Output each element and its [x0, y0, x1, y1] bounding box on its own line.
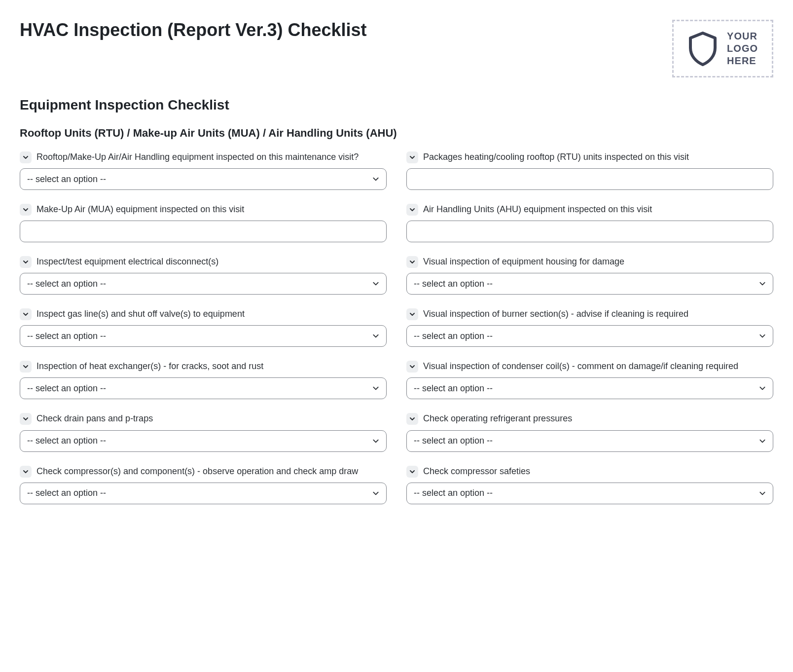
- select-input[interactable]: -- select an option --: [20, 483, 387, 504]
- chevron-down-icon: [372, 438, 379, 445]
- select-input[interactable]: -- select an option --: [20, 377, 387, 399]
- collapse-toggle[interactable]: [406, 413, 418, 425]
- field-label: Air Handling Units (AHU) equipment inspe…: [423, 203, 652, 216]
- chevron-down-icon: [23, 154, 29, 160]
- text-input[interactable]: [406, 221, 773, 242]
- select-placeholder: -- select an option --: [27, 488, 106, 498]
- select-placeholder: -- select an option --: [414, 383, 493, 394]
- field-heat-exchanger: Inspection of heat exchanger(s) - for cr…: [20, 360, 387, 399]
- logo-text-line3: HERE: [727, 55, 758, 67]
- chevron-down-icon: [372, 490, 379, 497]
- collapse-toggle[interactable]: [20, 308, 32, 320]
- chevron-down-icon: [759, 280, 766, 287]
- logo-text-line1: YOUR: [727, 30, 758, 42]
- select-input[interactable]: -- select an option --: [20, 273, 387, 295]
- field-burner-section: Visual inspection of burner section(s) -…: [406, 307, 773, 347]
- select-input[interactable]: -- select an option --: [406, 430, 773, 452]
- select-input[interactable]: -- select an option --: [406, 483, 773, 504]
- field-drain-pans: Check drain pans and p-traps -- select a…: [20, 412, 387, 451]
- logo-text-line2: LOGO: [727, 42, 758, 55]
- collapse-toggle[interactable]: [406, 466, 418, 478]
- field-compressor-components: Check compressor(s) and component(s) - o…: [20, 465, 387, 504]
- subsection-title: Rooftop Units (RTU) / Make-up Air Units …: [20, 127, 773, 140]
- field-label: Visual inspection of equipment housing f…: [423, 255, 624, 268]
- chevron-down-icon: [409, 469, 415, 475]
- field-rtu-packages: Packages heating/cooling rooftop (RTU) u…: [406, 150, 773, 190]
- page-title: HVAC Inspection (Report Ver.3) Checklist: [20, 20, 367, 40]
- field-label: Check compressor(s) and component(s) - o…: [36, 465, 358, 478]
- chevron-down-icon: [372, 280, 379, 287]
- chevron-down-icon: [372, 385, 379, 392]
- chevron-down-icon: [409, 311, 415, 317]
- chevron-down-icon: [409, 364, 415, 370]
- collapse-toggle[interactable]: [20, 413, 32, 425]
- collapse-toggle[interactable]: [20, 466, 32, 478]
- chevron-down-icon: [409, 416, 415, 422]
- chevron-down-icon: [23, 416, 29, 422]
- chevron-down-icon: [759, 438, 766, 445]
- select-placeholder: -- select an option --: [414, 279, 493, 289]
- select-placeholder: -- select an option --: [414, 436, 493, 446]
- field-label: Check compressor safeties: [423, 465, 530, 478]
- select-placeholder: -- select an option --: [414, 488, 493, 498]
- field-label: Check operating refrigerant pressures: [423, 412, 572, 425]
- field-label: Inspection of heat exchanger(s) - for cr…: [36, 360, 263, 373]
- chevron-down-icon: [23, 469, 29, 475]
- select-input[interactable]: -- select an option --: [20, 430, 387, 452]
- field-housing-damage: Visual inspection of equipment housing f…: [406, 255, 773, 295]
- text-input[interactable]: [406, 168, 773, 190]
- text-input[interactable]: [20, 221, 387, 242]
- select-placeholder: -- select an option --: [27, 331, 106, 341]
- collapse-toggle[interactable]: [20, 361, 32, 373]
- field-label: Visual inspection of burner section(s) -…: [423, 307, 688, 320]
- field-label: Inspect/test equipment electrical discon…: [36, 255, 218, 268]
- field-gas-lines: Inspect gas line(s) and shut off valve(s…: [20, 307, 387, 347]
- section-title: Equipment Inspection Checklist: [20, 97, 773, 113]
- select-input[interactable]: -- select an option --: [20, 168, 387, 190]
- shield-icon: [687, 31, 718, 67]
- collapse-toggle[interactable]: [406, 308, 418, 320]
- field-compressor-safeties: Check compressor safeties -- select an o…: [406, 465, 773, 504]
- select-input[interactable]: -- select an option --: [406, 325, 773, 347]
- collapse-toggle[interactable]: [20, 256, 32, 268]
- field-label: Packages heating/cooling rooftop (RTU) u…: [423, 150, 689, 163]
- collapse-toggle[interactable]: [406, 151, 418, 163]
- chevron-down-icon: [409, 259, 415, 265]
- field-rooftop-inspected: Rooftop/Make-Up Air/Air Handling equipme…: [20, 150, 387, 190]
- chevron-down-icon: [759, 490, 766, 497]
- field-condenser-coil: Visual inspection of condenser coil(s) -…: [406, 360, 773, 399]
- field-electrical-disconnect: Inspect/test equipment electrical discon…: [20, 255, 387, 295]
- select-placeholder: -- select an option --: [27, 383, 106, 394]
- chevron-down-icon: [409, 154, 415, 160]
- select-placeholder: -- select an option --: [27, 174, 106, 185]
- select-input[interactable]: -- select an option --: [20, 325, 387, 347]
- chevron-down-icon: [23, 207, 29, 213]
- select-input[interactable]: -- select an option --: [406, 377, 773, 399]
- field-mua-inspected: Make-Up Air (MUA) equipment inspected on…: [20, 203, 387, 242]
- select-placeholder: -- select an option --: [27, 436, 106, 446]
- collapse-toggle[interactable]: [406, 204, 418, 216]
- chevron-down-icon: [759, 333, 766, 339]
- logo-placeholder: YOUR LOGO HERE: [672, 20, 773, 77]
- field-label: Inspect gas line(s) and shut off valve(s…: [36, 307, 245, 320]
- collapse-toggle[interactable]: [20, 204, 32, 216]
- chevron-down-icon: [372, 176, 379, 183]
- field-refrigerant-pressures: Check operating refrigerant pressures --…: [406, 412, 773, 451]
- collapse-toggle[interactable]: [406, 361, 418, 373]
- collapse-toggle[interactable]: [20, 151, 32, 163]
- select-placeholder: -- select an option --: [414, 331, 493, 341]
- select-input[interactable]: -- select an option --: [406, 273, 773, 295]
- select-placeholder: -- select an option --: [27, 279, 106, 289]
- field-label: Visual inspection of condenser coil(s) -…: [423, 360, 738, 373]
- chevron-down-icon: [372, 333, 379, 339]
- field-label: Check drain pans and p-traps: [36, 412, 153, 425]
- chevron-down-icon: [23, 364, 29, 370]
- checklist-grid: Rooftop/Make-Up Air/Air Handling equipme…: [20, 150, 773, 504]
- collapse-toggle[interactable]: [406, 256, 418, 268]
- field-label: Rooftop/Make-Up Air/Air Handling equipme…: [36, 150, 359, 163]
- chevron-down-icon: [23, 311, 29, 317]
- field-label: Make-Up Air (MUA) equipment inspected on…: [36, 203, 244, 216]
- chevron-down-icon: [409, 207, 415, 213]
- field-ahu-inspected: Air Handling Units (AHU) equipment inspe…: [406, 203, 773, 242]
- chevron-down-icon: [23, 259, 29, 265]
